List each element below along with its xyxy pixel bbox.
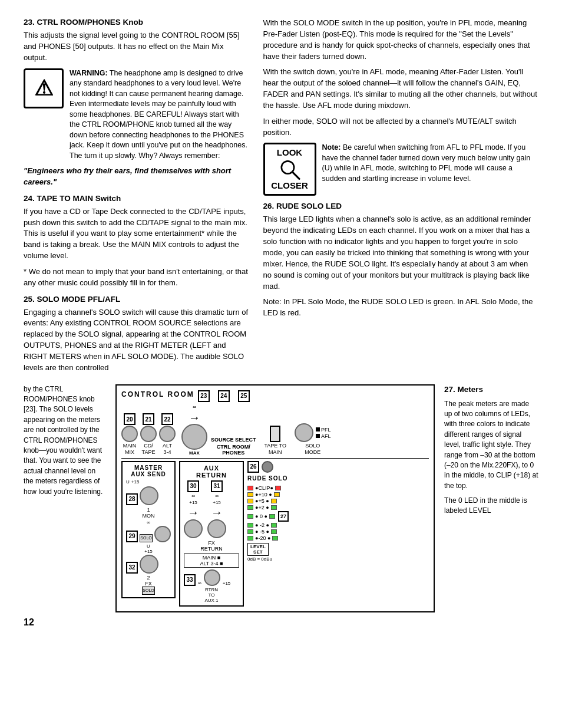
arrow-right-icon: →: [189, 411, 200, 423]
left-column: 23. CTRL ROOM/PHONES Knob This adjusts t…: [24, 18, 249, 378]
badge-23: 23: [198, 390, 210, 402]
page-number: 12: [24, 617, 538, 628]
section25-title: 25. SOLO MODE PFL/AFL: [24, 295, 249, 304]
led-m2-r: [271, 523, 277, 528]
label-odb: 0dB = 0dBu: [247, 556, 272, 562]
label-u-28: U: [126, 479, 130, 485]
diagram-area: CONTROL ROOM 23 24 25 20 MAINMIX: [115, 384, 435, 612]
divider-1: [121, 458, 429, 459]
section27-p1: The peak meters are made up of two colum…: [444, 399, 538, 492]
main-two-col: 23. CTRL ROOM/PHONES Knob This adjusts t…: [24, 18, 538, 378]
magnifier-icon: [277, 158, 303, 181]
section27-text: 27. Meters The peak meters are made up o…: [444, 384, 538, 521]
knob-20: [121, 426, 138, 442]
led-m5-l: [247, 529, 253, 534]
look-closer-graphic: LOOK CLOSER: [263, 143, 316, 196]
label-p5: ●+5 ●: [255, 498, 269, 504]
label-main-alt34: MAIN ■ALT 3-4 ■: [184, 554, 239, 568]
warning-icon: ⚠: [24, 68, 64, 108]
diagram-inner: CONTROL ROOM 23 24 25 20 MAINMIX: [115, 384, 435, 612]
label-inf-30: ∞: [191, 493, 195, 499]
switch-tape-to-main[interactable]: [270, 426, 280, 442]
led-clip-l: [247, 486, 253, 490]
section26-p2: Note: In PFL Solo Mode, the RUDE SOLO LE…: [263, 297, 539, 319]
section23-title: 23. CTRL ROOM/PHONES Knob: [24, 18, 249, 27]
section23-p1: This adjusts the signal level going to t…: [24, 30, 249, 64]
look-closer-note-label: Note:: [322, 143, 341, 151]
label-p15-28: +15: [131, 479, 140, 485]
knob-22: [159, 426, 176, 442]
knob-30: [184, 519, 203, 538]
led-m2-l: [247, 523, 253, 528]
section24-title: 24. TAPE TO MAIN Switch: [24, 194, 249, 203]
label-cd-tape: CD/TAPE: [142, 443, 156, 456]
master-aux-send-box: MASTERAUX SEND U +15 28 1MON ∞: [121, 461, 176, 598]
section26-title: 26. RUDE SOLO LED: [263, 202, 539, 210]
label-zero: ● 0 ●: [255, 513, 267, 519]
label-source-select: SOURCE SELECT: [211, 437, 256, 443]
led-p5-r: [271, 499, 277, 503]
look-closer-box: LOOK CLOSER Note: Be careful when switch…: [263, 143, 539, 196]
badge-25: 25: [238, 390, 250, 402]
warning-text: WARNING: The headphone amp is designed t…: [70, 68, 249, 162]
label-p15-30: +15: [189, 500, 197, 505]
knob-32: [140, 555, 158, 574]
meter-row-p2: ●+2 ●: [247, 505, 277, 510]
label-fx-return: FXRETURN: [184, 540, 239, 552]
label-master-aux-send: MASTERAUX SEND: [126, 465, 171, 477]
badge-20: 20: [124, 413, 135, 425]
solo-btn-32[interactable]: SOLO: [142, 587, 155, 595]
section25-right-p3: In either mode, SOLO will not be affecte…: [263, 116, 539, 139]
knob-21: [140, 426, 157, 442]
look-closer-bottom: CLOSER: [271, 181, 308, 191]
label-inf-top: ∞: [193, 404, 196, 410]
badge-32: 32: [126, 562, 138, 574]
led-zero-r: [269, 514, 275, 519]
rude-solo-meters-col: 26 RUDE SOLO ●CLIP●: [247, 461, 289, 562]
label-p10: ●+10 ●: [255, 492, 272, 498]
knob-29: [154, 526, 171, 542]
label-aux-return: AUXRETURN: [184, 465, 239, 479]
pfl-afl-indicator: PFL AFL: [316, 427, 331, 439]
section25-p2: by the CTRL ROOM/PHONES knob [23]. The S…: [24, 384, 106, 497]
badge-22: 22: [161, 413, 173, 425]
section26-p1: This large LED lights when a channel's s…: [263, 214, 539, 292]
level-set-btn[interactable]: LEVELSET: [247, 543, 269, 556]
badge-31: 31: [211, 480, 223, 492]
rude-solo-led: [262, 461, 273, 473]
label-m2: ● -2 ●: [255, 522, 269, 528]
label-solo-mode: SOLOMODE: [305, 443, 320, 456]
pfl-led: [316, 427, 320, 431]
solo-btn-29[interactable]: SOLO: [140, 534, 153, 542]
label-m5: ● -5 ●: [255, 529, 269, 535]
svg-line-1: [292, 172, 299, 179]
section25-continued: by the CTRL ROOM/PHONES knob [23]. The S…: [24, 384, 106, 502]
badge-29: 29: [126, 531, 138, 542]
look-closer-top: LOOK: [277, 148, 302, 158]
led-p2-l: [247, 505, 253, 510]
meter-row-m2: ● -2 ●: [247, 522, 277, 528]
section25-p1: Engaging a channel's SOLO switch will ca…: [24, 307, 249, 374]
right-column: With the SOLO MODE switch in the up posi…: [263, 18, 539, 378]
section25-right-p1: With the SOLO MODE switch in the up posi…: [263, 18, 539, 62]
meter-row-m20: ●-20 ●: [247, 535, 278, 541]
section27-p2: The 0 LED in the middle is labeled LEVEL: [444, 496, 538, 516]
badge-21: 21: [143, 413, 154, 425]
section24-p1: If you have a CD or Tape Deck connected …: [24, 206, 249, 262]
badge-30: 30: [187, 480, 199, 492]
label-clip: ●CLIP●: [255, 485, 273, 491]
section25-right-p2: With the switch down, you're in AFL mode…: [263, 67, 539, 111]
label-rude-solo: RUDE SOLO: [247, 475, 287, 482]
label-1-mon: 1MON: [126, 507, 171, 519]
knob-solo-mode: [295, 423, 313, 442]
arrow-30: →: [187, 506, 199, 518]
page-content: 23. CTRL ROOM/PHONES Knob This adjusts t…: [24, 18, 538, 628]
led-m20-r: [272, 536, 278, 541]
knob-28: [140, 486, 158, 505]
led-m5-r: [271, 529, 277, 534]
knob-31: [207, 519, 226, 538]
meter-row-p10: ●+10 ●: [247, 492, 280, 498]
section24-p2: * We do not mean to imply that your band…: [24, 266, 249, 289]
led-p10-r: [274, 492, 280, 497]
bottom-section: by the CTRL ROOM/PHONES knob [23]. The S…: [24, 384, 538, 612]
